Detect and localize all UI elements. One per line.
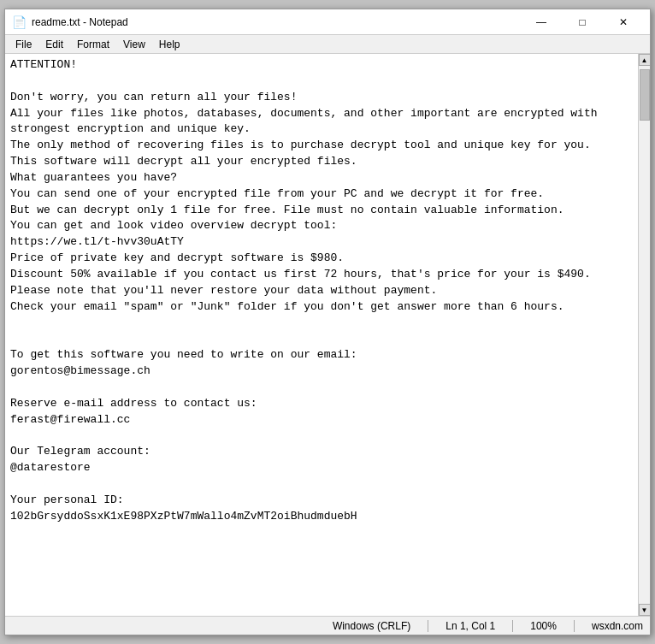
app-icon: 📄 [12, 15, 27, 29]
maximize-button[interactable]: □ [563, 12, 602, 32]
close-button[interactable]: ✕ [604, 12, 643, 32]
scrollbar[interactable]: ▲ ▼ [638, 54, 650, 616]
scroll-down-arrow[interactable]: ▼ [639, 604, 651, 616]
menu-view[interactable]: View [116, 37, 152, 52]
scroll-track[interactable] [639, 66, 651, 604]
window-controls: — □ ✕ [522, 12, 643, 32]
scroll-up-arrow[interactable]: ▲ [639, 54, 651, 66]
text-editor[interactable]: ATTENTION! Don't worry, you can return a… [5, 54, 638, 616]
status-watermark: wsxdn.com [592, 620, 643, 632]
status-encoding: Windows (CRLF) [333, 620, 410, 632]
window-title: readme.txt - Notepad [32, 16, 128, 28]
status-line-col: Ln 1, Col 1 [446, 620, 495, 632]
minimize-button[interactable]: — [522, 12, 561, 32]
status-bar: Windows (CRLF) Ln 1, Col 1 100% wsxdn.co… [5, 616, 650, 635]
menu-bar: File Edit Format View Help [5, 35, 650, 54]
status-divider-3 [574, 620, 575, 632]
title-bar-left: 📄 readme.txt - Notepad [12, 15, 128, 29]
menu-edit[interactable]: Edit [38, 37, 70, 52]
menu-help[interactable]: Help [152, 37, 187, 52]
scroll-thumb[interactable] [640, 69, 650, 121]
title-bar: 📄 readme.txt - Notepad — □ ✕ [5, 9, 650, 35]
status-zoom: 100% [530, 620, 557, 632]
status-divider-2 [512, 620, 513, 632]
editor-area: ATTENTION! Don't worry, you can return a… [5, 54, 650, 616]
menu-format[interactable]: Format [70, 37, 116, 52]
notepad-window: 📄 readme.txt - Notepad — □ ✕ File Edit F… [4, 9, 651, 635]
status-divider-1 [428, 620, 428, 632]
status-right: Windows (CRLF) Ln 1, Col 1 100% wsxdn.co… [333, 620, 643, 632]
menu-file[interactable]: File [9, 37, 38, 52]
